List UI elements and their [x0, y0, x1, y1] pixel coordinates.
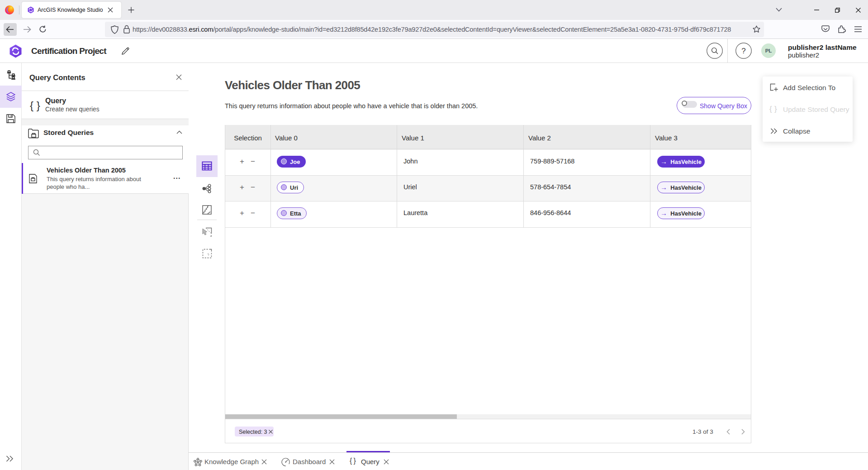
svg-text:?: ?	[741, 47, 745, 55]
